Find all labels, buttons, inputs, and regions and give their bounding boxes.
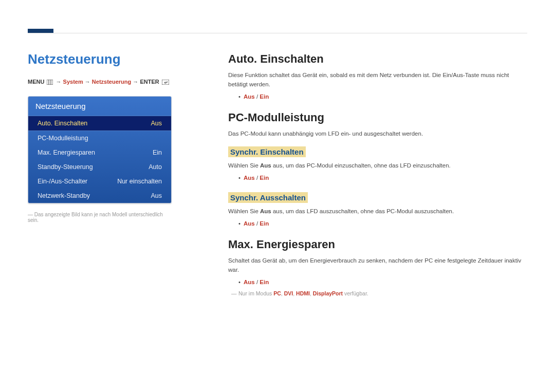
menu-row-value: Ein bbox=[153, 149, 162, 156]
breadcrumb-arrow-1: → bbox=[56, 79, 62, 85]
menu-row-label: Ein-/Aus-Schalter bbox=[38, 178, 87, 185]
option-aus: Aus bbox=[244, 279, 255, 285]
heading-pc-module: PC-Modulleistung bbox=[228, 111, 527, 124]
footnote-mode-pc: PC bbox=[273, 290, 281, 296]
header-accent bbox=[28, 29, 53, 33]
sync-on-post: aus, um das PC-Modul einzuschalten, ohne… bbox=[271, 162, 451, 169]
sync-off-bold: Aus bbox=[260, 208, 271, 214]
options-auto-on: Aus / Ein bbox=[228, 94, 527, 100]
menu-row-label: Max. Energiesparen bbox=[38, 149, 95, 156]
text-max-energy: Schaltet das Gerät ab, um den Energiever… bbox=[228, 256, 527, 275]
subheading-sync-on: Synchr. Einschalten bbox=[228, 146, 306, 157]
footnote-max-energy: Nur im Modus PC, DVI, HDMI, DisplayPort … bbox=[228, 290, 527, 296]
heading-auto-on: Auto. Einschalten bbox=[228, 52, 527, 66]
image-caption: ― Das angezeigte Bild kann je nach Model… bbox=[28, 212, 172, 223]
sync-on-pre: Wählen Sie bbox=[228, 162, 260, 169]
device-menu-title: Netzsteuerung bbox=[28, 97, 171, 116]
footnote-mode-hdmi: HDMI bbox=[296, 290, 310, 296]
breadcrumb: MENU → System → Netzsteuerung → ENTER bbox=[28, 79, 172, 86]
option-sep: / bbox=[255, 175, 260, 181]
options-sync-on: Aus / Ein bbox=[228, 175, 527, 181]
option-sep: / bbox=[255, 279, 260, 285]
menu-row-label: Netzwerk-Standby bbox=[38, 192, 90, 199]
options-sync-off: Aus / Ein bbox=[228, 220, 527, 227]
menu-row-auto-on[interactable]: Auto. Einschalten Aus bbox=[28, 116, 171, 131]
page-title: Netzsteuerung bbox=[28, 51, 172, 67]
text-pc-module: Das PC-Modul kann unabhängig vom LFD ein… bbox=[228, 129, 527, 139]
svg-rect-0 bbox=[47, 80, 53, 85]
text-sync-off: Wählen Sie Aus aus, um das LFD auszuscha… bbox=[228, 207, 527, 216]
breadcrumb-enter: ENTER bbox=[140, 79, 159, 85]
menu-row-standby[interactable]: Standby-Steuerung Auto bbox=[28, 160, 171, 174]
option-ein: Ein bbox=[260, 220, 269, 227]
menu-row-value: Nur einschalten bbox=[117, 178, 162, 185]
text-auto-on: Diese Funktion schaltet das Gerät ein, s… bbox=[228, 71, 527, 89]
sync-off-post: aus, um das LFD auszuschalten, ohne das … bbox=[271, 208, 454, 214]
sync-off-pre: Wählen Sie bbox=[228, 208, 260, 214]
menu-grid-icon bbox=[47, 80, 53, 86]
text-sync-on: Wählen Sie Aus aus, um das PC-Modul einz… bbox=[228, 161, 527, 171]
menu-row-label: PC-Modulleistung bbox=[38, 135, 88, 142]
breadcrumb-arrow-3: → bbox=[133, 79, 138, 85]
svg-rect-3 bbox=[162, 80, 169, 85]
option-sep: / bbox=[255, 94, 260, 100]
subheading-sync-off: Synchr. Ausschalten bbox=[228, 192, 308, 203]
options-max-energy: Aus / Ein bbox=[228, 279, 527, 285]
breadcrumb-system: System bbox=[63, 79, 83, 85]
breadcrumb-menu: MENU bbox=[28, 79, 44, 85]
menu-row-pc-module[interactable]: PC-Modulleistung bbox=[28, 131, 171, 145]
option-ein: Ein bbox=[260, 94, 269, 100]
header-rule bbox=[28, 33, 527, 33]
menu-row-network-standby[interactable]: Netzwerk-Standby Aus bbox=[28, 189, 171, 203]
footnote-pre: Nur im Modus bbox=[238, 290, 273, 296]
option-aus: Aus bbox=[244, 220, 255, 227]
menu-row-power-switch[interactable]: Ein-/Aus-Schalter Nur einschalten bbox=[28, 174, 171, 189]
footnote-post: verfügbar. bbox=[343, 290, 368, 296]
option-ein: Ein bbox=[260, 279, 269, 285]
option-aus: Aus bbox=[244, 94, 255, 100]
heading-max-energy: Max. Energiesparen bbox=[228, 238, 527, 251]
footnote-mode-dp: DisplayPort bbox=[313, 290, 343, 296]
menu-row-value: Aus bbox=[151, 120, 162, 127]
caption-text: Das angezeigte Bild kann je nach Modell … bbox=[28, 212, 163, 223]
breadcrumb-netz: Netzsteuerung bbox=[92, 79, 131, 85]
menu-row-value: Aus bbox=[151, 192, 162, 199]
device-menu: Netzsteuerung Auto. Einschalten Aus PC-M… bbox=[28, 96, 172, 203]
option-ein: Ein bbox=[260, 175, 269, 181]
option-sep: / bbox=[255, 220, 260, 227]
footnote-mode-dvi: DVI bbox=[284, 290, 293, 296]
menu-row-value: Auto bbox=[149, 163, 162, 171]
breadcrumb-arrow-2: → bbox=[85, 79, 90, 85]
enter-icon bbox=[162, 80, 169, 86]
menu-row-label: Auto. Einschalten bbox=[38, 120, 87, 127]
option-aus: Aus bbox=[244, 175, 255, 181]
sync-on-bold: Aus bbox=[260, 162, 271, 169]
menu-row-label: Standby-Steuerung bbox=[38, 163, 93, 171]
menu-row-max-energy[interactable]: Max. Energiesparen Ein bbox=[28, 145, 171, 160]
